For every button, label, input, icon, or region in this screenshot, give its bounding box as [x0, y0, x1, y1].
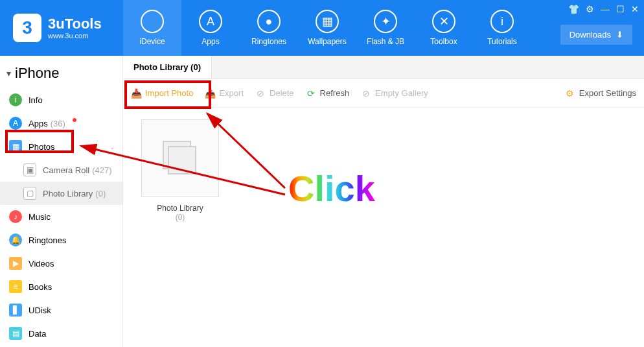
- skin-icon[interactable]: 👕: [568, 4, 579, 14]
- nav-apps[interactable]: A Apps: [181, 0, 240, 56]
- notification-dot: [73, 118, 76, 122]
- toolbar: 📥 Import Photo 📤 Export ⊘ Delete ⟳ Refre…: [123, 79, 644, 108]
- sidebar-item-apps[interactable]: A Apps (36): [0, 112, 122, 135]
- download-icon: ⬇: [616, 30, 623, 40]
- bell-icon: ●: [257, 10, 281, 33]
- empty-gallery-button: ⊘ Empty Gallery: [361, 88, 428, 99]
- import-photo-button[interactable]: 📥 Import Photo: [131, 88, 193, 99]
- book-icon: ≡: [9, 280, 22, 293]
- brand-title: 3uTools: [48, 16, 102, 32]
- sidebar-item-books[interactable]: ≡ Books: [0, 275, 122, 298]
- chevron-down-icon: ▾: [6, 68, 11, 78]
- nav-label: Ringtones: [251, 37, 286, 46]
- nav-label: Toolbox: [430, 37, 457, 46]
- sidebar: ▾ iPhone i Info A Apps (36) ▦ Photos ⌄ ▣…: [0, 56, 123, 347]
- toolbar-label: Refresh: [320, 88, 350, 98]
- sidebar-count: (427): [92, 165, 111, 175]
- chevron-down-icon: ⌄: [109, 143, 115, 150]
- folder-icon: ▢: [23, 187, 36, 200]
- camera-icon: ▣: [23, 163, 36, 176]
- nav-idevice[interactable]: iDevice: [123, 0, 181, 56]
- nav-ringtones[interactable]: ● Ringtones: [240, 0, 298, 56]
- sidebar-label: Ringtones: [29, 235, 67, 245]
- sidebar-label: Photo Library: [43, 189, 93, 198]
- toolbar-label: Export Settings: [579, 88, 636, 98]
- tab-bar: Photo Library (0): [123, 56, 644, 79]
- sidebar-item-data[interactable]: ▤ Data: [0, 322, 122, 345]
- empty-icon: ⊘: [361, 88, 371, 99]
- data-icon: ▤: [9, 327, 22, 340]
- export-button: 📤 Export: [205, 88, 244, 99]
- video-icon: ▶: [9, 257, 22, 270]
- export-settings-button[interactable]: ⚙ Export Settings: [565, 88, 636, 99]
- apps-icon: A: [9, 117, 22, 130]
- flash-icon: ✦: [374, 10, 397, 33]
- toolbar-label: Export: [219, 88, 244, 98]
- sidebar-item-photo-library[interactable]: ▢ Photo Library (0): [0, 182, 122, 205]
- sidebar-item-info[interactable]: i Info: [0, 88, 122, 112]
- nav-label: Apps: [201, 37, 219, 46]
- sidebar-item-photos[interactable]: ▦ Photos ⌄: [0, 135, 122, 158]
- refresh-button[interactable]: ⟳ Refresh: [306, 88, 350, 99]
- export-icon: 📤: [205, 88, 215, 99]
- apps-icon: A: [199, 10, 222, 33]
- sidebar-label: UDisk: [29, 305, 51, 315]
- sidebar-item-camera-roll[interactable]: ▣ Camera Roll (427): [0, 158, 122, 182]
- info-icon: i: [9, 93, 22, 106]
- delete-icon: ⊘: [255, 88, 266, 99]
- album-photo-library[interactable]: Photo Library (0): [135, 119, 225, 222]
- nav-label: Tutorials: [487, 37, 517, 46]
- toolbar-label: Import Photo: [145, 88, 193, 98]
- apple-icon: [141, 10, 164, 33]
- nav-label: Wallpapers: [308, 37, 347, 46]
- device-name: iPhone: [15, 65, 60, 82]
- bell-icon: 🔔: [9, 233, 22, 246]
- toolbar-label: Delete: [270, 88, 294, 98]
- sidebar-item-ringtones[interactable]: 🔔 Ringtones: [0, 228, 122, 252]
- toolbox-icon: ✕: [432, 10, 455, 33]
- downloads-label: Downloads: [569, 30, 611, 40]
- sidebar-label: Camera Roll: [43, 165, 89, 175]
- nav-label: Flash & JB: [367, 37, 404, 46]
- maximize-icon[interactable]: ☐: [616, 4, 625, 14]
- sidebar-label: Photos: [29, 142, 54, 152]
- top-nav: iDevice A Apps ● Ringtones ▦ Wallpapers …: [123, 0, 531, 56]
- device-selector[interactable]: ▾ iPhone: [0, 61, 122, 88]
- refresh-icon: ⟳: [306, 88, 316, 99]
- sidebar-label: Books: [29, 282, 52, 292]
- nav-flash[interactable]: ✦ Flash & JB: [356, 0, 415, 56]
- delete-button: ⊘ Delete: [255, 88, 294, 99]
- nav-label: iDevice: [139, 37, 165, 46]
- import-icon: 📥: [131, 88, 141, 99]
- sidebar-label: Music: [29, 212, 51, 222]
- sidebar-label: Info: [29, 95, 43, 105]
- nav-wallpapers[interactable]: ▦ Wallpapers: [298, 0, 356, 56]
- sidebar-label: Data: [29, 329, 46, 339]
- toolbar-label: Empty Gallery: [375, 88, 428, 98]
- tab-photo-library[interactable]: Photo Library (0): [123, 56, 212, 78]
- music-icon: ♪: [9, 210, 22, 223]
- minimize-icon[interactable]: —: [601, 4, 610, 14]
- brand-logo: 3: [13, 14, 41, 42]
- gear-icon[interactable]: ⚙: [586, 4, 594, 14]
- album-thumbnail: [141, 119, 219, 197]
- window-controls: 👕 ⚙ — ☐ ✕: [568, 4, 639, 14]
- brand: 3 3uTools www.3u.com: [0, 0, 123, 56]
- disk-icon: ▋: [9, 304, 22, 317]
- close-icon[interactable]: ✕: [631, 4, 639, 14]
- gear-icon: ⚙: [565, 88, 575, 99]
- sidebar-item-videos[interactable]: ▶ Videos: [0, 252, 122, 275]
- info-icon: i: [490, 10, 514, 33]
- main-panel: Photo Library (0) 📥 Import Photo 📤 Expor…: [123, 56, 644, 347]
- photos-icon: ▦: [9, 140, 22, 153]
- app-header: 3 3uTools www.3u.com iDevice A Apps ● Ri…: [0, 0, 644, 56]
- album-name: Photo Library: [135, 204, 225, 213]
- sidebar-item-music[interactable]: ♪ Music: [0, 205, 122, 228]
- sidebar-item-udisk[interactable]: ▋ UDisk: [0, 298, 122, 322]
- sidebar-label: Apps: [29, 119, 48, 128]
- brand-url: www.3u.com: [48, 32, 102, 40]
- downloads-button[interactable]: Downloads ⬇: [560, 25, 632, 45]
- nav-toolbox[interactable]: ✕ Toolbox: [415, 0, 473, 56]
- nav-tutorials[interactable]: i Tutorials: [473, 0, 531, 56]
- wallpaper-icon: ▦: [316, 10, 339, 33]
